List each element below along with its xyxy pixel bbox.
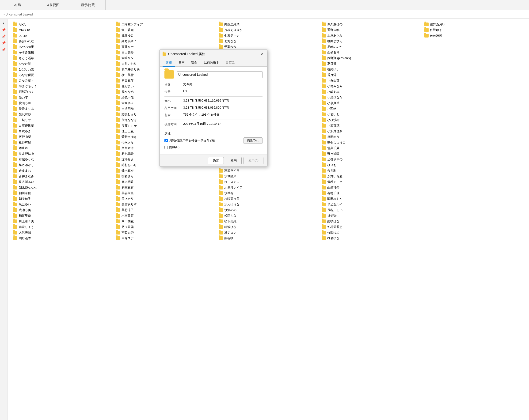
prop-row-location: 位置: E:\ [164,89,263,94]
prop-label-created: 创建时间: [164,122,183,126]
prop-row-type: 类型: 文件夹 [164,82,263,87]
dialog-title-text: Uncensored Leaked 属性 [168,52,205,56]
hidden-checkbox-container: 隐藏(H) [164,145,179,149]
prop-divider-3 [164,129,263,129]
attr-row-readonly: 只读(仅应用于文件夹中的文件)(R) 高级(D)... [164,137,263,144]
prop-row-used-space: 占用空间: 3.23 TB (3,560,633,036,800 字节) [164,105,263,110]
prop-label-contains: 包含: [164,113,183,117]
cancel-button[interactable]: 取消 [226,157,242,164]
attr-row-readonly-inner: 只读(仅应用于文件夹中的文件)(R) 高级(D)... [164,137,263,144]
dialog-titlebar: Uncensored Leaked 属性 ✕ [160,50,267,59]
dialog-tab-general[interactable]: 常规 [163,59,175,66]
properties-dialog: Uncensored Leaked 属性 ✕ 常规 共享 安全 以前的版本 自定… [159,49,267,167]
dialog-folder-row [164,70,263,79]
prop-divider-1 [164,96,263,97]
dialog-tab-custom[interactable]: 自定义 [222,59,238,66]
attributes-section: 属性: 只读(仅应用于文件夹中的文件)(R) 高级(D)... 隐藏(H) [164,131,263,149]
prop-value-used-space: 3.23 TB (3,560,633,036,800 字节) [183,105,263,110]
hidden-checkbox[interactable] [164,146,168,149]
attr-section-label: 属性: [164,131,183,136]
prop-value-created: 2024年11月16日，19:19:17 [183,122,263,126]
dialog-tab-sharing[interactable]: 共享 [175,59,188,66]
prop-label-location: 位置: [164,89,183,94]
dialog-folder-icon-small [163,52,166,56]
prop-value-location: E:\ [183,89,263,94]
advanced-button[interactable]: 高级(D)... [243,137,263,144]
dialog-tab-previous-versions[interactable]: 以前的版本 [200,59,222,66]
dialog-folder-icon-large [164,70,174,79]
prop-label-size: 大小: [164,98,183,103]
readonly-label: 只读(仅应用于文件夹中的文件)(R) [169,139,215,143]
ok-button[interactable]: 确定 [208,157,224,164]
readonly-checkbox[interactable] [164,139,168,142]
dialog-footer: 确定 取消 应用(A) [160,155,267,167]
prop-row-contains: 包含: 756 个文件，193 个文件夹 [164,113,263,117]
apply-button[interactable]: 应用(A) [243,157,264,164]
folder-name-input[interactable] [177,71,263,78]
attr-row-hidden: 隐藏(H) [164,145,263,149]
prop-value-size: 3.23 TB (3,560,632,110,616 字节) [183,98,263,103]
dialog-body: 类型: 文件夹 位置: E:\ 大小: 3.23 TB (3,560,632,1… [160,66,267,155]
dialog-close-button[interactable]: ✕ [259,51,264,57]
prop-value-contains: 756 个文件，193 个文件夹 [183,113,263,117]
prop-value-type: 文件夹 [183,82,263,87]
prop-label-used-space: 占用空间: [164,105,183,110]
dialog-tabs: 常规 共享 安全 以前的版本 自定义 [160,59,267,66]
prop-row-size: 大小: 3.23 TB (3,560,632,110,616 字节) [164,98,263,103]
prop-row-created: 创建时间: 2024年11月16日，19:19:17 [164,122,263,126]
dialog-title-left: Uncensored Leaked 属性 [163,52,205,56]
hidden-label: 隐藏(H) [169,145,179,149]
readonly-checkbox-container: 只读(仅应用于文件夹中的文件)(R) [164,139,215,143]
dialog-tab-security[interactable]: 安全 [188,59,200,66]
prop-label-type: 类型: [164,82,183,87]
dialog-overlay: Uncensored Leaked 属性 ✕ 常规 共享 安全 以前的版本 自定… [0,0,529,420]
